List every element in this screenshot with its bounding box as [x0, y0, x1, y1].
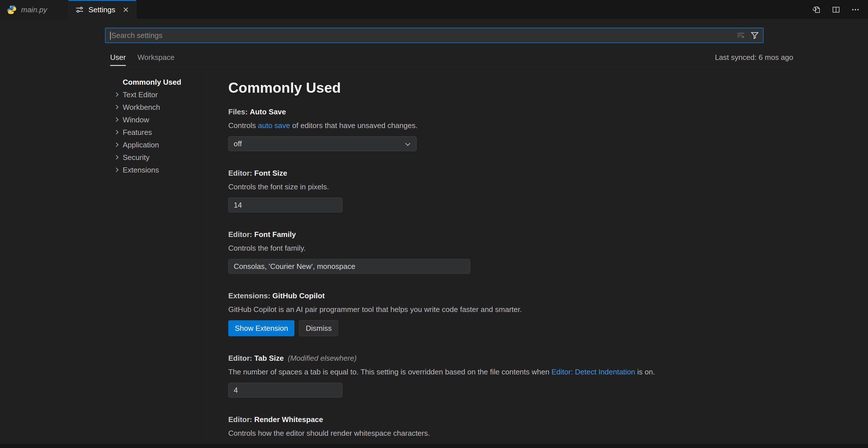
chevron-right-icon: [114, 155, 119, 160]
editor-actions: [811, 0, 861, 20]
setting-title: Editor: Font Family: [228, 229, 796, 239]
toc-label: Extensions: [123, 166, 159, 174]
chevron-right-icon: [114, 130, 119, 135]
chevron-down-icon: [405, 141, 410, 146]
setting-category: Extensions:: [228, 291, 273, 300]
dropdown-value: off: [234, 139, 242, 148]
chevron-right-icon: [114, 118, 119, 122]
setting-category: Editor:: [228, 415, 254, 424]
toc-item-extensions[interactable]: Extensions: [110, 164, 204, 176]
toc-label: Workbench: [123, 103, 160, 112]
open-settings-json-icon[interactable]: [811, 5, 822, 15]
chevron-right-icon: [114, 142, 119, 147]
close-icon[interactable]: [123, 5, 129, 14]
setting-label: Tab Size: [254, 354, 284, 362]
chevron-right-icon: [114, 105, 119, 109]
toc-item-window[interactable]: Window: [110, 114, 204, 126]
setting-text-input[interactable]: Consolas, 'Courier New', monospace: [228, 259, 470, 274]
toc-label: Text Editor: [123, 90, 158, 99]
toc-label: Security: [123, 153, 150, 162]
toc-item-features[interactable]: Features: [110, 126, 204, 138]
search-placeholder: Search settings: [111, 28, 162, 42]
setting-text-input[interactable]: 14: [228, 198, 342, 213]
setting-row-extensions-github-copilot: Extensions: GitHub CopilotGitHub Copilot…: [228, 291, 796, 336]
setting-title: Files: Auto Save: [228, 107, 796, 117]
setting-label: Font Family: [254, 230, 296, 239]
setting-category: Editor:: [228, 169, 254, 178]
editor-tab-bar: main.py Settings: [0, 0, 868, 20]
input-value: 14: [234, 201, 242, 210]
settings-sliders-icon: [75, 5, 84, 14]
tab-label: Settings: [89, 5, 115, 14]
setting-dropdown[interactable]: off: [228, 136, 416, 151]
settings-search-box[interactable]: Search settings: [105, 28, 764, 43]
setting-label: Render Whitespace: [254, 415, 323, 424]
setting-description: GitHub Copilot is an AI pair programmer …: [228, 304, 796, 315]
setting-category: Editor:: [228, 230, 254, 239]
setting-description: Controls auto save of editors that have …: [228, 120, 796, 131]
toc-item-workbench[interactable]: Workbench: [110, 101, 204, 114]
vscode-window: main.py Settings: [0, 0, 868, 448]
setting-label: Auto Save: [250, 107, 286, 116]
tab-user[interactable]: User: [110, 49, 126, 67]
python-icon: [7, 5, 17, 14]
setting-title: Extensions: GitHub Copilot: [228, 291, 796, 301]
toc-item-application[interactable]: Application: [110, 138, 204, 151]
tab-settings[interactable]: Settings: [68, 0, 136, 20]
more-actions-icon[interactable]: [850, 5, 861, 15]
setting-description: Controls the font size in pixels.: [228, 182, 796, 192]
filter-settings-icon[interactable]: [750, 31, 759, 40]
setting-label: Font Size: [254, 169, 287, 178]
settings-body: Commonly Used Files: Auto SaveControls a…: [228, 79, 796, 448]
setting-description: The number of spaces a tab is equal to. …: [228, 367, 796, 377]
setting-description-link[interactable]: auto save: [258, 121, 290, 130]
split-editor-icon[interactable]: [831, 5, 841, 15]
tab-label: main.py: [21, 5, 47, 14]
clear-settings-search-icon[interactable]: [737, 31, 745, 40]
toc-label: Commonly Used: [123, 78, 181, 87]
settings-toc: Commonly UsedText EditorWorkbenchWindowF…: [110, 76, 204, 176]
setting-row-editor-font-family: Editor: Font FamilyControls the font fam…: [228, 229, 796, 274]
toc-label: Features: [123, 128, 152, 137]
setting-row-editor-font-size: Editor: Font SizeControls the font size …: [228, 168, 796, 213]
toc-label: Window: [123, 116, 149, 124]
setting-title: Editor: Tab Size(Modified elsewhere): [228, 353, 796, 363]
setting-row-editor-render-whitespace: Editor: Render WhitespaceControls how th…: [228, 414, 796, 445]
setting-description-link[interactable]: Editor: Detect Indentation: [552, 367, 635, 376]
tab-main-py[interactable]: main.py: [0, 0, 68, 20]
setting-category: Files:: [228, 107, 250, 116]
setting-title: Editor: Font Size: [228, 168, 796, 178]
scope-tabs-row: User Workspace Last synced: 6 mos ago: [110, 49, 793, 67]
setting-row-editor-tab-size: Editor: Tab Size(Modified elsewhere)The …: [228, 353, 796, 397]
toc-item-text-editor[interactable]: Text Editor: [110, 88, 204, 101]
input-value: 4: [234, 386, 238, 395]
chevron-right-icon: [114, 92, 119, 97]
toc-sash[interactable]: [206, 71, 207, 444]
show-extension-button[interactable]: Show Extension: [228, 320, 294, 336]
last-synced-label: Last synced: 6 mos ago: [715, 49, 793, 67]
setting-label: GitHub Copilot: [273, 291, 325, 300]
dismiss-button[interactable]: Dismiss: [299, 320, 338, 336]
input-value: Consolas, 'Courier New', monospace: [234, 262, 355, 271]
toc-item-security[interactable]: Security: [110, 151, 204, 164]
tab-workspace[interactable]: Workspace: [137, 49, 175, 67]
chevron-right-icon: [114, 168, 119, 172]
setting-text-input[interactable]: 4: [228, 383, 342, 397]
window-bottom-edge: [0, 444, 868, 448]
toc-label: Application: [123, 140, 159, 150]
toc-item-commonly-used[interactable]: Commonly Used: [110, 76, 204, 88]
setting-title: Editor: Render Whitespace: [228, 414, 796, 425]
setting-category: Editor:: [228, 354, 254, 362]
setting-description: Controls how the editor should render wh…: [228, 428, 796, 438]
page-title: Commonly Used: [228, 79, 796, 96]
text-cursor: [110, 32, 111, 40]
setting-row-files-auto-save: Files: Auto SaveControls auto save of ed…: [228, 107, 796, 151]
setting-modifier-badge: (Modified elsewhere): [288, 354, 357, 362]
setting-description: Controls the font family.: [228, 243, 796, 253]
